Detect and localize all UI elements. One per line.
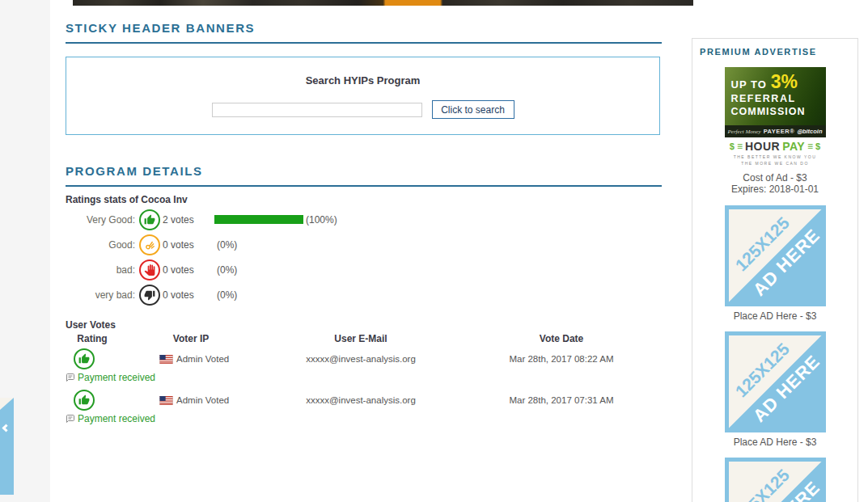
rating-percent: (0%): [217, 239, 237, 251]
col-header-voter-ip: Voter IP: [119, 333, 263, 344]
page: STICKY HEADER BANNERS Search HYIPs Progr…: [0, 0, 868, 502]
speech-bubble-icon: [66, 373, 75, 382]
search-button[interactable]: Click to search: [432, 100, 514, 119]
dollar-ornament-icon: $: [815, 141, 820, 151]
payment-logos-strip: Perfect Money PAYEER® ◎bitcoin: [725, 125, 826, 137]
rating-bar: [214, 215, 303, 224]
rating-votes: 2 votes: [163, 214, 194, 226]
sticky-header-banners-heading: STICKY HEADER BANNERS: [66, 21, 662, 44]
vote-date: Mar 28th, 2017 07:31 AM: [459, 395, 664, 405]
program-details-heading: PROGRAM DETAILS: [66, 164, 662, 187]
palm-hand-icon: [139, 259, 160, 281]
dollar-ornament-icon: $: [730, 141, 735, 151]
ad-placeholder-125[interactable]: 125X125 AD HERE: [725, 458, 826, 502]
hourpay-banner-top: UP TO 3% REFERRAL COMMISSION: [725, 67, 826, 125]
voter-email: xxxxx@invest-analysis.org: [263, 395, 459, 405]
table-row: Admin Voted xxxxx@invest-analysis.org Ma…: [66, 348, 664, 369]
speech-bubble-icon: [66, 414, 75, 424]
voter-email: xxxxx@invest-analysis.org: [263, 354, 459, 364]
rating-label: Very Good:: [66, 214, 135, 226]
rating-row-very-good: Very Good: 2 votes (100%): [66, 207, 662, 232]
ok-hand-icon: [139, 234, 160, 255]
vote-comment: Payment received: [66, 413, 664, 424]
chevron-left-icon: [2, 424, 11, 432]
rating-percent: (100%): [306, 214, 337, 226]
vote-date: Mar 28th, 2017 08:22 AM: [459, 354, 664, 364]
place-ad-caption: Place AD Here - $3: [692, 437, 857, 448]
rating-percent: (0%): [217, 264, 237, 276]
search-title: Search HYIPs Program: [66, 74, 659, 86]
hourpay-ad-banner[interactable]: UP TO 3% REFERRAL COMMISSION Perfect Mon…: [725, 67, 826, 168]
search-input[interactable]: [212, 103, 422, 117]
ratings-stats-title: Ratings stats of Cocoa Inv: [66, 194, 188, 205]
rating-row-very-bad: very bad: 0 votes (0%): [66, 282, 662, 307]
table-header-row: Rating Voter IP User E-Mail Vote Date: [66, 333, 664, 344]
rating-percent: (0%): [217, 289, 237, 301]
payeer-logo: PAYEER®: [764, 128, 795, 135]
user-votes-title: User Votes: [66, 319, 116, 331]
widget-corner: [0, 398, 14, 410]
user-votes-table: Rating Voter IP User E-Mail Vote Date Ad…: [66, 333, 664, 424]
premium-advertise-panel: PREMIUM ADVERTISE UP TO 3% REFERRAL COMM…: [692, 38, 858, 502]
table-row: Admin Voted xxxxx@invest-analysis.org Ma…: [66, 390, 664, 411]
rating-votes: 0 votes: [163, 264, 194, 276]
rating-row-bad: bad: 0 votes (0%): [66, 257, 662, 282]
thumb-up-icon: [139, 209, 160, 230]
rating-votes: 0 votes: [163, 289, 194, 301]
premium-advertise-title: PREMIUM ADVERTISE: [700, 47, 857, 57]
us-flag-icon: [159, 355, 173, 364]
rating-row-good: Good: 0 votes (0%): [66, 232, 662, 257]
rating-label: very bad:: [66, 289, 135, 301]
hourpay-wordmark: HOUR: [745, 140, 780, 153]
voter-name: Admin Voted: [176, 395, 229, 405]
rating-label: bad:: [66, 264, 135, 276]
perfect-money-logo: Perfect Money: [728, 129, 761, 135]
vote-comment: Payment received: [66, 372, 664, 383]
rating-votes: 0 votes: [163, 239, 194, 251]
bitcoin-logo: ◎bitcoin: [797, 128, 822, 135]
us-flag-icon: [159, 396, 173, 405]
col-header-date: Vote Date: [459, 333, 664, 344]
voter-name: Admin Voted: [176, 354, 229, 364]
ad-cost-label: Cost of Ad - $3: [692, 172, 857, 184]
thumb-down-icon: [139, 285, 160, 306]
ad-placeholder-125[interactable]: 125X125 AD HERE: [725, 205, 826, 306]
thumb-up-icon: [74, 390, 95, 411]
search-panel: Search HYIPs Program Click to search: [66, 57, 660, 135]
place-ad-caption: Place AD Here - $3: [692, 310, 857, 322]
ratings-list: Very Good: 2 votes (100%) Good: 0 votes: [66, 207, 662, 307]
thumb-up-icon: [74, 348, 95, 369]
hourpay-brand-area: $ ≡ HOURPAY ≡ $ THE BETTER WE KNOW YOU T…: [725, 137, 826, 168]
header-banner-strip[interactable]: [73, 0, 693, 6]
ad-expires-label: Expires: 2018-01-01: [692, 184, 857, 195]
ad-placeholder-125[interactable]: 125X125 AD HERE: [725, 331, 826, 432]
col-header-rating: Rating: [66, 333, 119, 344]
col-header-email: User E-Mail: [263, 333, 459, 344]
rating-label: Good:: [66, 239, 135, 251]
left-floating-ad-widget[interactable]: [0, 398, 14, 495]
